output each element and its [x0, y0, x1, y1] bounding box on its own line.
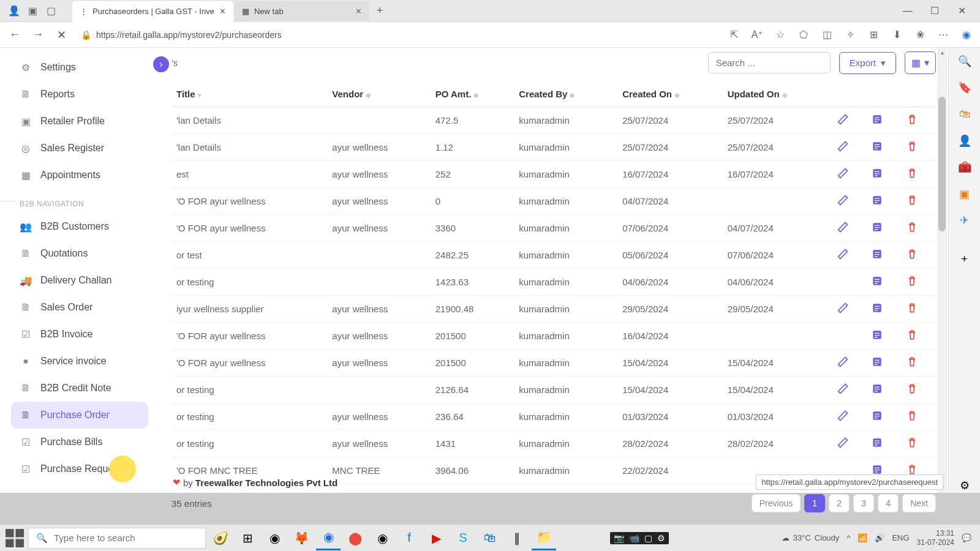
send-icon[interactable]: ✈ [957, 214, 973, 228]
stop-button[interactable]: ✕ [53, 26, 70, 43]
edit-icon[interactable] [837, 221, 849, 233]
trash-icon[interactable] [906, 410, 918, 422]
edit-icon[interactable] [837, 437, 849, 449]
sidebar-item-b2b-credit-note[interactable]: 🗎B2B Credit Note [11, 375, 148, 402]
taskbar-firefox[interactable]: 🦊 [289, 526, 314, 550]
search-input[interactable] [708, 52, 831, 73]
sidebar-item-service-invoice[interactable]: ●Service invoice [11, 348, 148, 375]
column-header[interactable]: Created By◆ [514, 81, 617, 107]
taskbar-store[interactable]: 🛍 [478, 526, 502, 550]
sidebar-item-sales-register[interactable]: ◎Sales Register [11, 135, 148, 162]
favorites-icon[interactable]: ✧ [843, 28, 858, 42]
trash-icon[interactable] [906, 221, 918, 233]
recording-toolbar[interactable]: 📷 📹 ▢ ⚙ [610, 532, 669, 544]
trash-icon[interactable] [906, 356, 918, 368]
trash-icon[interactable] [906, 383, 918, 395]
copilot-icon[interactable]: ◉ [959, 28, 974, 42]
taskbar-explorer[interactable]: 📁 [532, 526, 556, 550]
tools-icon[interactable]: 🧰 [957, 160, 973, 174]
page-button[interactable]: Next [902, 494, 936, 512]
edit-icon[interactable] [837, 383, 849, 395]
document-icon[interactable] [871, 140, 883, 152]
sidebar-item-purchase-bills[interactable]: ☑Purchase Bills [11, 429, 148, 455]
language-indicator[interactable]: ENG [892, 533, 909, 542]
profile-icon[interactable]: 👤 [9, 6, 20, 17]
trash-icon[interactable] [906, 463, 918, 476]
sidebar-item-appointments[interactable]: ▦Appointments [11, 162, 148, 189]
edit-icon[interactable] [837, 356, 849, 368]
tabs-icon[interactable]: ▢ [45, 6, 56, 17]
sidebar-item-settings[interactable]: ⚙Settings [11, 54, 148, 81]
document-icon[interactable] [871, 437, 883, 449]
document-icon[interactable] [871, 410, 883, 422]
collections-icon[interactable]: ⊞ [866, 28, 881, 42]
taskbar-copilot[interactable]: ◉ [262, 526, 287, 550]
tray-chevron-icon[interactable]: ^ [846, 533, 850, 542]
edit-icon[interactable] [837, 194, 849, 206]
sidebar-item-retailer-profile[interactable]: ▣Retailer Profile [11, 108, 148, 135]
grid-view-button[interactable]: ▦▾ [905, 51, 936, 74]
document-icon[interactable] [871, 356, 883, 368]
page-button[interactable]: 1 [804, 494, 825, 512]
page-button[interactable]: 2 [829, 494, 850, 512]
sound-icon[interactable]: 🔊 [875, 533, 884, 542]
weather-widget[interactable]: ☁ 33°C Cloudy [782, 533, 840, 542]
browser-tab-active[interactable]: ⋮ Purchaseorders | Galla GST - Inve ✕ [72, 1, 233, 22]
sidebar-item-sales-order[interactable]: 🗎Sales Order [11, 294, 148, 321]
trash-icon[interactable] [906, 248, 918, 260]
column-header[interactable]: Title▾ [172, 81, 327, 107]
office-icon[interactable]: ▣ [957, 187, 973, 201]
avatar-icon[interactable]: 👤 [957, 133, 973, 148]
tab-close-icon[interactable]: ✕ [355, 7, 362, 16]
trash-icon[interactable] [906, 194, 918, 206]
document-icon[interactable] [871, 329, 883, 341]
split-icon[interactable]: ◫ [820, 28, 834, 42]
edit-icon[interactable] [837, 302, 849, 314]
sidebar-item-b2b-customers[interactable]: 👥B2B Customers [11, 213, 148, 240]
notifications-icon[interactable]: 💬 [962, 533, 971, 542]
edit-icon[interactable] [837, 410, 849, 422]
edit-icon[interactable] [837, 248, 849, 260]
document-icon[interactable] [871, 248, 883, 260]
open-external-icon[interactable]: ⇱ [726, 28, 741, 42]
document-icon[interactable] [871, 194, 883, 206]
more-icon[interactable]: ⋯ [936, 28, 951, 42]
scrollbar-thumb[interactable] [938, 97, 946, 231]
trash-icon[interactable] [906, 437, 918, 449]
browser-tab-newtab[interactable]: ▦ New tab ✕ [235, 1, 369, 22]
taskbar-skype[interactable]: S [451, 526, 475, 550]
taskbar-search[interactable]: 🔍Type here to search [28, 528, 206, 549]
workspace-icon[interactable]: ▣ [27, 6, 38, 17]
taskbar-record[interactable]: ⬤ [343, 526, 368, 550]
url-field[interactable]: 🔒 https://retail.galla.app/mystorev2/pur… [76, 30, 720, 40]
export-button[interactable]: Export▾ [839, 52, 896, 74]
sidebar-item-purchase-request[interactable]: ☑Purchase Request [11, 455, 148, 482]
document-icon[interactable] [871, 463, 883, 476]
shopping-icon[interactable]: 🛍 [957, 107, 973, 121]
read-aloud-icon[interactable]: A⁺ [750, 28, 764, 42]
page-button[interactable]: 4 [878, 494, 899, 512]
tab-close-icon[interactable]: ✕ [219, 7, 226, 16]
new-tab-button[interactable]: + [371, 2, 389, 20]
edit-icon[interactable] [837, 113, 849, 126]
taskbar-chrome[interactable]: ◉ [370, 526, 394, 550]
video-icon[interactable]: 📹 [629, 533, 639, 543]
sidebar-collapse-button[interactable]: › [153, 56, 169, 72]
start-button[interactable] [4, 527, 26, 549]
back-button[interactable]: ← [6, 26, 23, 43]
forward-button[interactable]: → [29, 26, 47, 43]
sidebar-item-delivery-challan[interactable]: 🚚Delivery Challan [11, 267, 148, 294]
downloads-icon[interactable]: ⬇ [889, 28, 904, 42]
taskbar-edge[interactable]: ◉ [316, 526, 341, 550]
sidebar-item-purchase-order[interactable]: 🗎Purchase Order [11, 402, 148, 429]
plus-icon[interactable]: + [957, 252, 973, 266]
document-icon[interactable] [871, 302, 883, 314]
column-header[interactable]: Updated On◆ [723, 81, 832, 107]
document-icon[interactable] [871, 275, 883, 287]
taskbar-taskview[interactable]: ⊞ [235, 526, 260, 550]
trash-icon[interactable] [906, 275, 918, 287]
trash-icon[interactable] [906, 302, 918, 314]
trash-icon[interactable] [906, 167, 918, 179]
settings-icon[interactable]: ⚙ [657, 533, 665, 543]
scroll-up-icon[interactable]: ▴ [938, 49, 946, 56]
